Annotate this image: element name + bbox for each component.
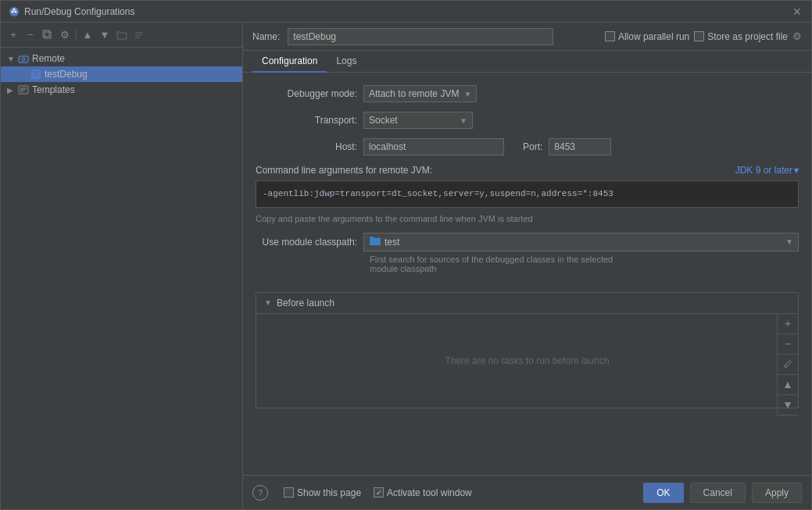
- titlebar-left: Run/Debug Configurations: [9, 6, 134, 17]
- activate-tool-label: Activate tool window: [387, 487, 472, 498]
- run-debug-dialog: Run/Debug Configurations ✕ + − ⚙ ▲ ▼: [0, 0, 812, 510]
- close-button[interactable]: ✕: [791, 5, 803, 18]
- before-launch-up-button[interactable]: ▲: [778, 375, 798, 395]
- name-bar: Name: Allow parallel run Store as projec…: [243, 23, 811, 51]
- dialog-title: Run/Debug Configurations: [24, 6, 134, 17]
- before-launch-section: ▼ Before launch There are no tasks to ru…: [256, 292, 799, 408]
- command-value: -agentlib:jdwp=transport=dt_socket,serve…: [263, 189, 613, 198]
- tree-item-remote[interactable]: ▼ Remote: [1, 51, 242, 66]
- host-port-row: Host: Port:: [256, 138, 799, 155]
- copy-config-button[interactable]: [40, 27, 55, 43]
- tab-logs[interactable]: Logs: [327, 51, 366, 73]
- transport-dropdown[interactable]: Socket ▼: [363, 112, 473, 129]
- name-input[interactable]: [288, 28, 553, 45]
- right-panel: Name: Allow parallel run Store as projec…: [243, 23, 811, 509]
- help-button[interactable]: ?: [252, 485, 268, 501]
- divider: [76, 29, 77, 41]
- tree-item-templates[interactable]: ▶ Templates: [1, 82, 242, 98]
- module-classpath-label: Use module classpath:: [256, 237, 357, 248]
- settings-button[interactable]: ⚙: [57, 27, 73, 43]
- name-label: Name:: [252, 31, 280, 42]
- store-as-project-label: Store as project file: [707, 31, 788, 42]
- move-up-button[interactable]: ▲: [80, 27, 95, 43]
- store-settings-gear-icon[interactable]: ⚙: [792, 30, 802, 42]
- before-launch-add-button[interactable]: +: [778, 314, 798, 334]
- tree-item-testdebug-label: testDebug: [45, 69, 88, 80]
- no-tasks-message: There are no tasks to run before launch: [445, 355, 609, 366]
- module-hint-line2: module classpath: [370, 264, 613, 273]
- expand-arrow: ▼: [7, 55, 15, 63]
- show-page-checkbox[interactable]: [284, 487, 294, 498]
- module-hint-line1: First search for sources of the debugged…: [370, 255, 613, 264]
- debugger-mode-value: Attach to remote JVM: [369, 88, 459, 99]
- sidebar: + − ⚙ ▲ ▼: [1, 23, 243, 509]
- dialog-action-buttons: OK Cancel Apply: [643, 483, 802, 503]
- before-launch-expand-arrow[interactable]: ▼: [264, 298, 272, 307]
- dialog-icon: [9, 6, 20, 17]
- module-hint-row: First search for sources of the debugged…: [256, 255, 799, 283]
- svg-rect-5: [43, 30, 49, 37]
- titlebar: Run/Debug Configurations ✕: [1, 1, 811, 23]
- svg-point-3: [15, 10, 17, 12]
- sort-button[interactable]: [131, 27, 147, 43]
- before-launch-edit-button[interactable]: [778, 355, 798, 375]
- store-as-project-checkbox-label[interactable]: Store as project file: [694, 31, 788, 42]
- svg-point-11: [22, 58, 25, 61]
- tree-item-templates-label: Templates: [32, 84, 75, 95]
- store-as-project-checkbox[interactable]: [694, 31, 704, 41]
- ok-button[interactable]: OK: [643, 483, 683, 503]
- testdebug-icon: [30, 69, 41, 80]
- tab-configuration[interactable]: Configuration: [252, 51, 327, 73]
- before-launch-toolbar: + − ▲ ▼: [777, 314, 798, 415]
- before-launch-remove-button[interactable]: −: [778, 334, 798, 355]
- allow-parallel-checkbox-label[interactable]: Allow parallel run: [605, 31, 689, 42]
- main-content: + − ⚙ ▲ ▼: [1, 23, 811, 509]
- jdk-link[interactable]: JDK 9 or later ▾: [735, 165, 799, 176]
- config-tabs: Configuration Logs: [243, 51, 811, 73]
- transport-row: Transport: Socket ▼: [256, 112, 799, 129]
- svg-point-2: [13, 8, 16, 10]
- move-down-button[interactable]: ▼: [97, 27, 113, 43]
- top-bar-right: Allow parallel run Store as project file…: [605, 30, 802, 42]
- cancel-button[interactable]: Cancel: [690, 483, 746, 503]
- allow-parallel-checkbox[interactable]: [605, 31, 615, 41]
- module-dropdown-arrow-icon: ▼: [785, 237, 793, 246]
- host-label: Host:: [256, 141, 357, 152]
- folder-button[interactable]: [114, 27, 130, 43]
- bottom-checkboxes: Show this page Activate tool window: [268, 487, 643, 498]
- port-input[interactable]: [549, 138, 611, 155]
- host-input[interactable]: [363, 138, 504, 155]
- transport-label: Transport:: [256, 115, 357, 126]
- command-args-label: Command line arguments for remote JVM:: [256, 165, 432, 176]
- bottom-bar: ? Show this page Activate tool window OK…: [243, 475, 811, 509]
- jdk-link-text: JDK 9 or later: [735, 165, 792, 176]
- command-header: Command line arguments for remote JVM: J…: [256, 165, 799, 176]
- apply-button[interactable]: Apply: [752, 483, 802, 503]
- remove-config-button[interactable]: −: [23, 27, 38, 43]
- templates-icon: [18, 84, 29, 95]
- module-classpath-dropdown[interactable]: test ▼: [363, 233, 799, 251]
- debugger-mode-dropdown[interactable]: Attach to remote JVM ▼: [363, 85, 477, 102]
- sidebar-tree: ▼ Remote ▶: [1, 48, 242, 509]
- activate-tool-checkbox[interactable]: [374, 487, 384, 498]
- activate-tool-checkbox-label[interactable]: Activate tool window: [374, 487, 472, 498]
- sidebar-toolbar: + − ⚙ ▲ ▼: [1, 23, 242, 48]
- port-label: Port:: [523, 141, 542, 152]
- svg-point-14: [37, 73, 38, 74]
- module-value: test: [385, 237, 399, 248]
- tree-item-testdebug[interactable]: ▶ testDebug: [1, 66, 242, 82]
- svg-point-1: [12, 10, 14, 12]
- command-hint: Copy and paste the arguments to the comm…: [256, 214, 799, 223]
- allow-parallel-label: Allow parallel run: [618, 31, 689, 42]
- add-config-button[interactable]: +: [5, 27, 21, 43]
- show-page-checkbox-label[interactable]: Show this page: [284, 487, 361, 498]
- before-launch-header: ▼ Before launch: [256, 293, 798, 314]
- transport-arrow-icon: ▼: [460, 116, 467, 125]
- module-hint: First search for sources of the debugged…: [370, 255, 613, 273]
- command-args-section: Command line arguments for remote JVM: J…: [256, 165, 799, 223]
- command-box: -agentlib:jdwp=transport=dt_socket,serve…: [256, 180, 799, 208]
- svg-rect-4: [45, 32, 51, 38]
- module-folder-icon: [369, 236, 381, 248]
- before-launch-down-button[interactable]: ▼: [778, 395, 798, 415]
- svg-rect-9: [19, 56, 28, 62]
